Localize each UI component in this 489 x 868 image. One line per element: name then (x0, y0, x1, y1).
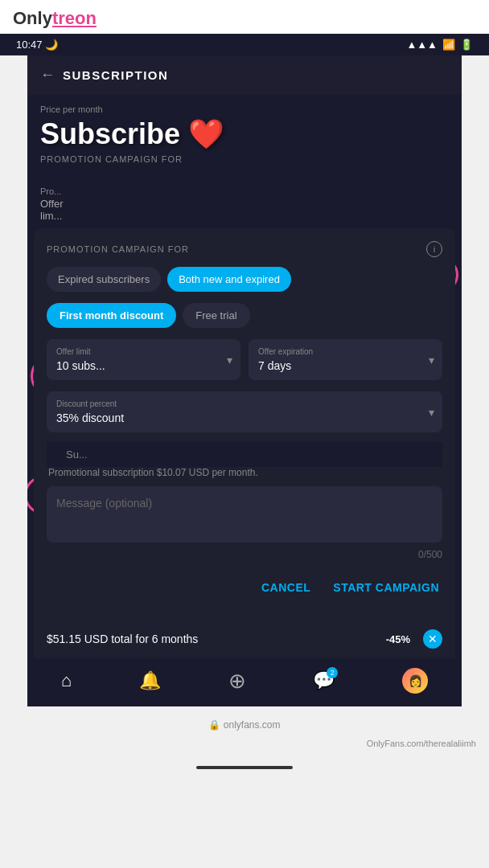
offer-limit-dropdown[interactable]: Offer limit 10 subs... ▾ (47, 339, 240, 380)
battery-icon: 🔋 (460, 39, 473, 51)
free-trial-button[interactable]: Free trial (183, 303, 249, 328)
sub-section: Su... (47, 442, 442, 467)
modal-header: PROMOTION CAMPAIGN FOR i (47, 241, 442, 257)
modal-wrapper: PROMOTION CAMPAIGN FOR i Expired subscri… (27, 228, 462, 620)
status-icons: ▲▲▲ 📶 🔋 (406, 39, 473, 51)
message-placeholder: Message (optional) (56, 497, 152, 510)
moon-icon: 🌙 (45, 39, 58, 51)
home-bar (0, 755, 489, 780)
offer-expiration-arrow-icon: ▾ (429, 354, 434, 366)
offer-limit-label: Offer limit (56, 347, 231, 356)
discount-arrow-icon: ▾ (429, 406, 434, 419)
domain-text: onlyfans.com (224, 719, 281, 731)
price-close-row: -45% ✕ (386, 629, 442, 649)
footer-domain: 🔒 onlyfans.com (0, 706, 489, 735)
signal-icon: ▲▲▲ (406, 39, 438, 51)
first-month-discount-button[interactable]: First month discount (47, 303, 176, 328)
both-new-expired-button[interactable]: Both new and expired (167, 267, 291, 292)
back-button[interactable]: ← (40, 67, 55, 84)
nav-messages-button[interactable]: 💬 2 (313, 670, 335, 691)
nav-notifications-button[interactable]: 🔔 (139, 670, 161, 691)
offer-expiration-label: Offer expiration (258, 347, 433, 356)
page-title: SUBSCRIPTION (63, 68, 168, 82)
start-campaign-button[interactable]: START CAMPAIGN (330, 575, 442, 600)
pro-label: Pro... (40, 186, 449, 196)
bg-pro-section: Pro... Offerlim... (27, 180, 462, 228)
offer-type-row: First month discount Free trial (47, 303, 442, 328)
offer-limit-arrow-icon: ▾ (227, 354, 232, 366)
brand-treon: treon (52, 8, 97, 28)
brand-only: Only (13, 8, 52, 28)
plus-icon: ⊕ (228, 669, 246, 693)
pro-text: Offerlim... (40, 198, 449, 222)
subscription-header: ← SUBSCRIPTION (27, 55, 462, 95)
audience-row: Expired subscribers Both new and expired (47, 267, 442, 292)
brand-bar: Onlytreon (0, 0, 489, 34)
promo-for-label: PROMOTION CAMPAIGN FOR (47, 244, 189, 254)
promo-modal: PROMOTION CAMPAIGN FOR i Expired subscri… (34, 228, 455, 620)
cancel-button[interactable]: CANCEL (258, 575, 314, 600)
home-bar-line (196, 766, 293, 769)
dropdowns-row: Offer limit 10 subs... ▾ Offer expiratio… (47, 339, 442, 380)
discount-value: 35% discount (56, 411, 433, 424)
avatar-icon: 👩 (409, 674, 422, 687)
offer-limit-value: 10 subs... (56, 359, 231, 372)
char-count: 0/500 (47, 549, 442, 560)
offer-expiration-dropdown[interactable]: Offer expiration 7 days ▾ (249, 339, 442, 380)
phone-frame: ← SUBSCRIPTION Price per month Subscribe… (27, 55, 462, 706)
discount-dropdown[interactable]: Discount percent 35% discount ▾ (47, 391, 442, 432)
expired-subscribers-button[interactable]: Expired subscribers (47, 267, 161, 292)
price-per-month-label: Price per month (40, 104, 449, 114)
price-close-button[interactable]: ✕ (423, 629, 442, 649)
wifi-icon: 📶 (442, 39, 455, 51)
promo-price-info: Promotional subscription $10.07 USD per … (47, 467, 442, 478)
brand-logo: Onlytreon (13, 8, 97, 29)
bottom-navigation: ⌂ 🔔 ⊕ 💬 2 👩 (27, 658, 462, 706)
subscribe-overlay-text: Subscribe ❤️ (40, 117, 449, 151)
message-textarea[interactable]: Message (optional) (47, 486, 442, 542)
home-icon: ⌂ (61, 670, 72, 690)
status-bar: 10:47 🌙 ▲▲▲ 📶 🔋 (0, 34, 489, 55)
price-bar: $51.15 USD total for 6 months -45% ✕ (34, 620, 455, 658)
sub-price-text: Su... (66, 448, 423, 461)
message-badge: 2 (327, 667, 338, 678)
offer-expiration-value: 7 days (258, 359, 433, 372)
background-content: Price per month Subscribe ❤️ PROMOTION C… (27, 95, 462, 180)
footer-credit: OnlyFans.com/therealaliimh (0, 735, 489, 755)
nav-home-button[interactable]: ⌂ (61, 670, 72, 691)
time-text: 10:47 (16, 39, 43, 51)
lock-icon: 🔒 (208, 719, 220, 731)
promotion-bg-label: PROMOTION CAMPAIGN FOR (40, 154, 449, 164)
avatar: 👩 (402, 668, 428, 694)
total-price-text: $51.15 USD total for 6 months (47, 633, 198, 645)
nav-add-button[interactable]: ⊕ (228, 669, 246, 694)
action-buttons-row: CANCEL START CAMPAIGN (47, 571, 442, 607)
nav-profile-button[interactable]: 👩 (402, 668, 428, 694)
discount-label: Discount percent (56, 399, 433, 408)
time-display: 10:47 🌙 (16, 39, 58, 51)
bell-icon: 🔔 (139, 670, 161, 690)
discount-badge: -45% (386, 633, 410, 645)
info-icon[interactable]: i (426, 241, 442, 257)
